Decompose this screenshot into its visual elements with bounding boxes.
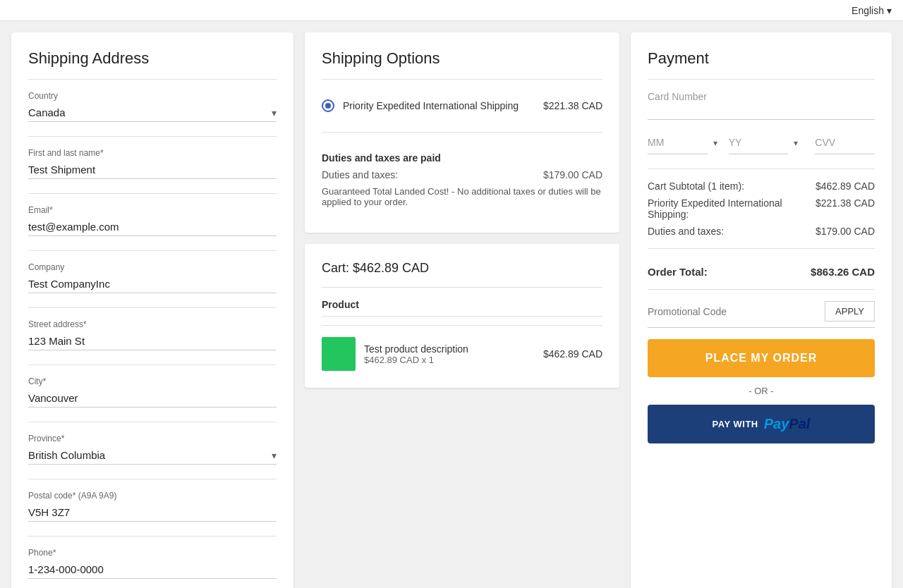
shipping-address-panel: Shipping Address Country Canada ▾ First … (11, 32, 293, 588)
product-thumbnail (322, 337, 356, 371)
company-input[interactable] (28, 275, 277, 293)
card-number-field[interactable] (648, 108, 875, 120)
phone-input[interactable] (28, 561, 277, 579)
duties-summary-line: Duties and taxes: $179.00 CAD (648, 226, 875, 237)
postal-field: Postal code* (A9A 9A9) (28, 491, 277, 522)
postal-label: Postal code* (A9A 9A9) (28, 491, 277, 501)
language-selector[interactable]: English ▾ (852, 5, 892, 16)
province-select[interactable]: British Columbia (28, 446, 277, 465)
name-field: First and last name* (28, 148, 277, 179)
top-bar: English ▾ (0, 0, 903, 21)
province-label: Province* (28, 434, 277, 443)
product-row: Test product description $462.89 CAD x 1… (322, 337, 602, 371)
chevron-down-icon: ▾ (887, 5, 892, 16)
subtotal-line: Cart Subtotal (1 item): $462.89 CAD (648, 180, 875, 192)
duties-summary-label: Duties and taxes: (648, 226, 724, 237)
payment-panel: Payment Card Number MM ▾ YY ▾ CVV Cart S… (631, 32, 892, 588)
shipping-summary-value: $221.38 CAD (816, 197, 875, 220)
cart-title: Cart: $462.89 CAD (322, 261, 602, 276)
product-qty: $462.89 CAD x 1 (364, 355, 535, 365)
cart-panel: Cart: $462.89 CAD Product Test product d… (305, 244, 619, 388)
name-label: First and last name* (28, 148, 277, 158)
middle-panels: Shipping Options Priority Expedited Inte… (305, 32, 619, 588)
radio-inner (325, 103, 331, 109)
duties-note: Guaranteed Total Landed Cost! - No addit… (322, 186, 602, 207)
expiry-row: MM ▾ YY ▾ CVV (648, 131, 875, 154)
subtotal-value: $462.89 CAD (816, 180, 875, 192)
year-select[interactable]: YY (729, 131, 789, 154)
shipping-address-title: Shipping Address (28, 49, 277, 68)
email-label: Email* (28, 205, 277, 215)
email-input[interactable] (28, 218, 277, 236)
province-field: Province* British Columbia ▾ (28, 434, 277, 465)
order-total-value: $863.26 CAD (811, 266, 875, 278)
shipping-option-row[interactable]: Priority Expedited International Shippin… (322, 91, 602, 121)
promo-input[interactable] (648, 306, 825, 317)
duties-title: Duties and taxes are paid (322, 152, 602, 164)
street-input[interactable] (28, 332, 277, 350)
cvv-field[interactable]: CVV (815, 131, 875, 154)
payment-title: Payment (648, 49, 875, 68)
country-select[interactable]: Canada (28, 104, 277, 122)
cart-label: Cart: (322, 261, 349, 275)
language-label: English (852, 5, 884, 16)
city-label: City* (28, 376, 277, 386)
city-input[interactable] (28, 389, 277, 408)
company-label: Company (28, 262, 277, 272)
year-chevron-icon: ▾ (794, 138, 798, 148)
main-content: Shipping Address Country Canada ▾ First … (0, 21, 903, 588)
promo-row: APPLY (648, 301, 875, 328)
shipping-summary-label: Priority Expedited International Shippin… (648, 197, 784, 220)
paypal-logo: PayPal (764, 416, 811, 432)
month-select[interactable]: MM (648, 131, 708, 154)
product-price: $462.89 CAD (543, 348, 602, 360)
province-select-wrapper[interactable]: British Columbia ▾ (28, 446, 277, 465)
country-select-wrapper[interactable]: Canada ▾ (28, 104, 277, 122)
paypal-button[interactable]: PAY WITH PayPal (648, 405, 875, 443)
city-field: City* (28, 376, 277, 408)
card-number-label: Card Number (648, 91, 875, 102)
postal-input[interactable] (28, 503, 277, 522)
place-order-button[interactable]: PLACE MY ORDER (648, 339, 875, 377)
shipping-option-label: Priority Expedited International Shippin… (343, 100, 535, 111)
product-column-header: Product (322, 299, 602, 317)
phone-field: Phone* (28, 548, 277, 579)
duties-label: Duties and taxes: (322, 169, 398, 180)
duties-price: $179.00 CAD (543, 169, 602, 180)
country-field: Country Canada ▾ (28, 91, 277, 122)
apply-button[interactable]: APPLY (825, 301, 875, 321)
duties-summary-value: $179.00 CAD (816, 226, 875, 237)
country-label: Country (28, 91, 277, 101)
shipping-option-price: $221.38 CAD (543, 100, 602, 111)
cart-total: $462.89 CAD (353, 261, 429, 275)
shipping-summary-line: Priority Expedited International Shippin… (648, 197, 875, 220)
or-divider: - OR - (648, 386, 875, 396)
order-total-line: Order Total: $863.26 CAD (648, 260, 875, 278)
subtotal-label: Cart Subtotal (1 item): (648, 180, 744, 192)
name-input[interactable] (28, 161, 277, 179)
radio-selected-icon[interactable] (322, 99, 334, 112)
shipping-options-title: Shipping Options (322, 49, 602, 68)
street-field: Street address* (28, 319, 277, 350)
duties-box: Duties and taxes are paid Duties and tax… (322, 144, 602, 216)
company-field: Company (28, 262, 277, 293)
month-chevron-icon: ▾ (713, 138, 717, 148)
email-field: Email* (28, 205, 277, 236)
product-info: Test product description $462.89 CAD x 1 (364, 343, 535, 365)
duties-line: Duties and taxes: $179.00 CAD (322, 169, 602, 180)
paypal-prefix: PAY WITH (713, 419, 758, 429)
street-label: Street address* (28, 319, 277, 329)
order-total-label: Order Total: (648, 266, 708, 278)
phone-label: Phone* (28, 548, 277, 558)
shipping-options-panel: Shipping Options Priority Expedited Inte… (305, 32, 619, 233)
product-name: Test product description (364, 343, 535, 355)
